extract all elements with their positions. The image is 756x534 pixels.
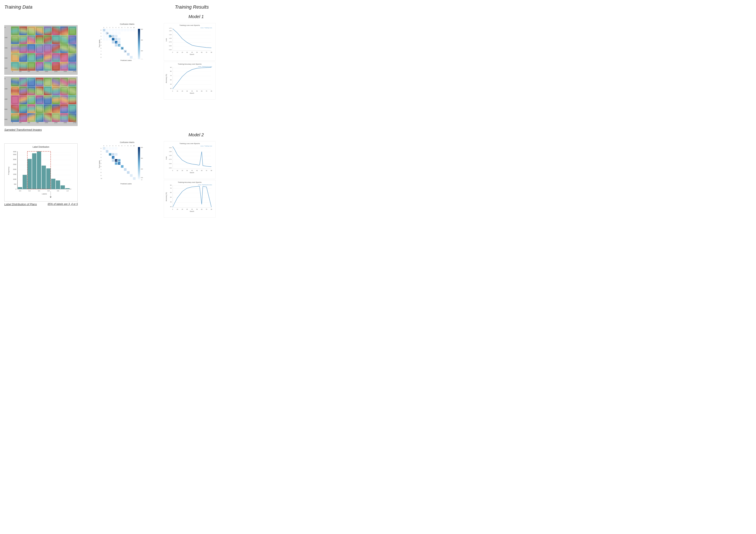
svg-rect-59 <box>115 44 118 46</box>
svg-text:40: 40 <box>191 90 193 92</box>
svg-rect-195 <box>127 171 129 174</box>
svg-text:40: 40 <box>191 170 193 171</box>
svg-rect-51 <box>115 35 118 38</box>
training-results-title: Training Results <box>86 4 297 10</box>
svg-rect-55 <box>115 38 118 40</box>
svg-rect-32 <box>133 59 136 59</box>
cm2-ylabel: True Labels <box>99 161 100 168</box>
svg-text:9: 9 <box>101 57 101 58</box>
svg-text:90: 90 <box>170 67 172 68</box>
svg-rect-52 <box>103 38 105 40</box>
svg-text:10: 10 <box>177 90 178 92</box>
svg-text:1: 1 <box>106 145 107 146</box>
svg-text:0: 0 <box>172 209 173 210</box>
svg-text:0: 0 <box>103 27 104 28</box>
svg-rect-153 <box>61 185 65 189</box>
svg-rect-56 <box>118 38 121 40</box>
confusion-matrix-1: Confusion Matrix True Labels <box>95 23 159 61</box>
svg-text:30: 30 <box>186 52 188 53</box>
svg-rect-46 <box>115 32 118 35</box>
label-distribution-caption: Label Distribution of Plans <box>4 203 37 206</box>
svg-rect-198 <box>106 147 108 150</box>
svg-text:10: 10 <box>177 170 178 171</box>
svg-text:0: 0 <box>172 52 173 53</box>
svg-rect-47 <box>118 32 121 35</box>
svg-text:80: 80 <box>211 52 212 53</box>
svg-rect-188 <box>106 150 108 153</box>
svg-text:0.25: 0.25 <box>169 167 172 168</box>
svg-text:1: 1 <box>106 27 107 28</box>
training-data-title: Training Data <box>4 4 86 10</box>
cm1-title: Confusion Matrix <box>95 23 159 25</box>
svg-text:5: 5 <box>119 145 120 146</box>
svg-text:0: 0 <box>172 170 173 171</box>
svg-text:3000: 3000 <box>13 159 16 160</box>
training-accuracy-chart-2: Training Accuracy over Epochs Training A… <box>164 180 216 218</box>
svg-text:0.50: 0.50 <box>169 163 172 164</box>
svg-text:70: 70 <box>170 75 172 76</box>
loss-legend-1: Training Loss <box>204 27 212 28</box>
svg-text:2: 2 <box>101 154 101 155</box>
svg-text:50: 50 <box>196 170 198 171</box>
svg-text:0.2: 0.2 <box>28 190 31 191</box>
svg-text:30: 30 <box>170 88 172 89</box>
svg-text:7: 7 <box>124 27 125 28</box>
svg-text:10: 10 <box>177 209 178 210</box>
svg-text:0.4: 0.4 <box>38 190 40 191</box>
svg-text:60: 60 <box>201 90 202 92</box>
svg-text:0: 0 <box>15 189 16 190</box>
svg-text:5: 5 <box>101 163 101 164</box>
svg-text:50: 50 <box>196 209 198 210</box>
svg-text:Loss: Loss <box>166 38 167 41</box>
svg-text:Epoch: Epoch <box>190 92 194 94</box>
svg-rect-42 <box>133 29 136 32</box>
svg-text:20: 20 <box>182 90 183 92</box>
svg-text:Epoch: Epoch <box>190 211 194 212</box>
svg-text:80: 80 <box>170 185 172 186</box>
svg-rect-35 <box>112 29 115 32</box>
sampled-transformed-label: Sampled Transformed Images <box>4 128 86 131</box>
svg-text:9: 9 <box>131 27 131 28</box>
svg-rect-207 <box>118 159 121 162</box>
svg-text:0.50: 0.50 <box>169 45 172 46</box>
histogram-container: Label Distribution 0 500 1000 1500 2000 … <box>4 143 78 202</box>
svg-text:1.50: 1.50 <box>169 151 172 152</box>
svg-text:9: 9 <box>101 175 101 176</box>
svg-text:0.0: 0.0 <box>19 190 21 191</box>
svg-text:10: 10 <box>101 178 102 179</box>
svg-text:3: 3 <box>113 145 113 146</box>
svg-text:4: 4 <box>101 41 101 43</box>
svg-rect-200 <box>112 147 115 150</box>
acc-legend-2: Training Accuracy <box>202 184 212 185</box>
confusion-matrix-2: Confusion Matrix True Labels 0 1 2 3 4 5… <box>95 141 159 185</box>
svg-rect-43 <box>103 32 105 35</box>
svg-text:20: 20 <box>182 209 183 210</box>
svg-rect-146 <box>27 159 32 189</box>
svg-text:7: 7 <box>101 51 101 52</box>
svg-text:300: 300 <box>141 158 143 159</box>
acc-chart-1-title: Training Accuracy over Epochs <box>165 63 214 65</box>
svg-rect-33 <box>106 29 108 32</box>
svg-text:30: 30 <box>186 209 188 210</box>
svg-text:0.6: 0.6 <box>47 190 50 191</box>
svg-text:421: 421 <box>113 157 115 158</box>
svg-text:2000: 2000 <box>13 168 16 170</box>
svg-text:40: 40 <box>191 52 193 53</box>
svg-rect-199 <box>109 147 111 150</box>
svg-text:3: 3 <box>101 38 101 40</box>
svg-text:20: 20 <box>182 170 183 171</box>
svg-text:500: 500 <box>141 147 143 148</box>
svg-text:80: 80 <box>211 170 212 171</box>
svg-text:60: 60 <box>201 209 202 210</box>
svg-text:50: 50 <box>170 196 172 198</box>
svg-text:Accuracy (%): Accuracy (%) <box>166 192 167 201</box>
svg-text:3500: 3500 <box>13 154 16 155</box>
svg-text:2: 2 <box>101 36 101 37</box>
model2-title: Model 2 <box>95 132 297 138</box>
svg-text:8: 8 <box>101 54 101 55</box>
svg-text:80: 80 <box>211 90 212 92</box>
svg-text:1.0: 1.0 <box>67 190 68 191</box>
svg-text:7: 7 <box>124 145 125 146</box>
svg-text:3: 3 <box>101 157 101 158</box>
training-loss-chart-1: Training Loss over Epochs Training Loss … <box>164 23 216 61</box>
